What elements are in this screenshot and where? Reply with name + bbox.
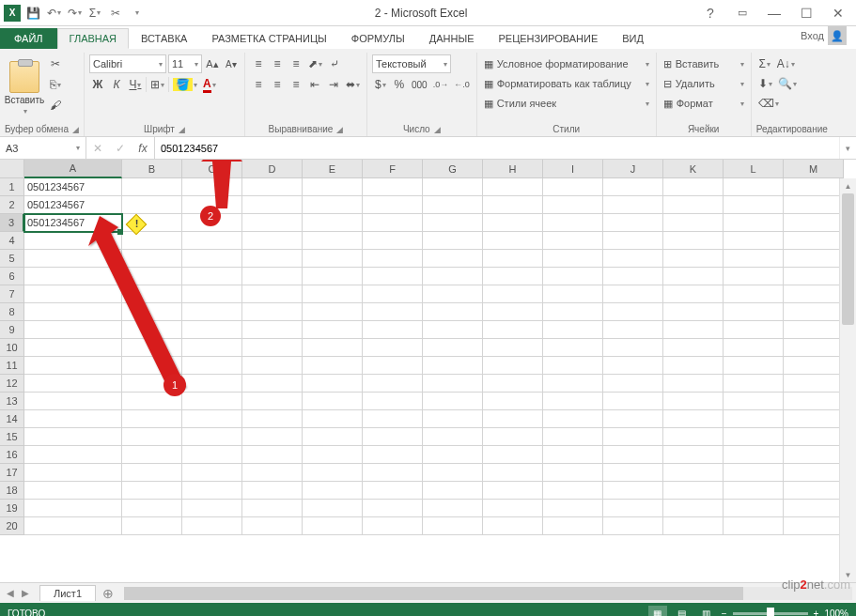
cell-E11[interactable] [303,357,363,375]
cell-F11[interactable] [363,357,423,375]
align-middle-button[interactable]: ≡ [269,54,286,73]
tab-review[interactable]: РЕЦЕНЗИРОВАНИЕ [486,28,610,49]
cell-H14[interactable] [483,410,543,428]
cell-A12[interactable] [24,375,122,393]
cell-D15[interactable] [242,428,303,446]
align-top-button[interactable]: ≡ [250,54,267,73]
cell-G2[interactable] [423,196,483,214]
row-header-13[interactable]: 13 [0,393,24,410]
cell-D19[interactable] [242,500,303,517]
align-center-button[interactable]: ≡ [269,75,286,94]
cell-B18[interactable] [122,482,182,500]
cell-E9[interactable] [303,321,363,339]
cell-K19[interactable] [663,500,724,517]
cell-J3[interactable] [603,214,663,232]
cell-M12[interactable] [784,375,844,393]
cell-J2[interactable] [603,196,663,214]
cell-E19[interactable] [303,500,363,517]
cell-E15[interactable] [303,428,363,446]
tab-view[interactable]: ВИД [610,28,656,49]
cell-B4[interactable] [122,232,182,250]
row-header-6[interactable]: 6 [0,268,24,285]
cell-D10[interactable] [242,339,303,357]
bold-button[interactable]: Ж [89,75,106,94]
cell-D9[interactable] [242,321,303,339]
cell-J18[interactable] [603,482,663,500]
cell-I3[interactable] [543,214,603,232]
cell-G15[interactable] [423,428,483,446]
cell-K10[interactable] [663,339,724,357]
cell-C20[interactable] [182,517,242,535]
cell-M5[interactable] [784,250,844,268]
cell-C8[interactable] [182,303,242,321]
page-break-view-button[interactable]: ▥ [697,606,716,616]
cell-F9[interactable] [363,321,423,339]
cell-D14[interactable] [242,410,303,428]
cell-J9[interactable] [603,321,663,339]
increase-font-button[interactable]: A▴ [204,54,221,73]
cell-H16[interactable] [483,446,543,464]
cell-E12[interactable] [303,375,363,393]
cell-C11[interactable] [182,357,242,375]
cell-G12[interactable] [423,375,483,393]
cell-D20[interactable] [242,517,303,535]
column-header-K[interactable]: K [663,160,724,178]
scroll-up-button[interactable]: ▲ [840,178,856,193]
cell-J7[interactable] [603,285,663,303]
cell-A5[interactable] [24,250,122,268]
column-header-H[interactable]: H [483,160,543,178]
cell-M1[interactable] [784,178,844,196]
cell-B17[interactable] [122,464,182,482]
tab-file[interactable]: ФАЙЛ [0,28,57,49]
cell-D17[interactable] [242,464,303,482]
cell-K13[interactable] [663,393,724,410]
cell-H3[interactable] [483,214,543,232]
cell-M11[interactable] [784,357,844,375]
cell-K7[interactable] [663,285,724,303]
cell-M3[interactable] [784,214,844,232]
cell-E8[interactable] [303,303,363,321]
cell-L13[interactable] [724,393,784,410]
cell-L7[interactable] [724,285,784,303]
cell-G13[interactable] [423,393,483,410]
cell-A1[interactable]: 0501234567 [24,178,122,196]
cell-J10[interactable] [603,339,663,357]
cell-J1[interactable] [603,178,663,196]
cell-D13[interactable] [242,393,303,410]
cell-B6[interactable] [122,268,182,285]
cell-A17[interactable] [24,464,122,482]
cell-C10[interactable] [182,339,242,357]
cell-E16[interactable] [303,446,363,464]
cell-K18[interactable] [663,482,724,500]
cell-H11[interactable] [483,357,543,375]
cell-C19[interactable] [182,500,242,517]
cell-L2[interactable] [724,196,784,214]
sheet-tab[interactable]: Лист1 [39,585,96,601]
cell-B16[interactable] [122,446,182,464]
select-all-corner[interactable] [0,160,24,178]
column-header-J[interactable]: J [603,160,663,178]
cell-L17[interactable] [724,464,784,482]
cell-C16[interactable] [182,446,242,464]
cell-H20[interactable] [483,517,543,535]
cell-B9[interactable] [122,321,182,339]
cell-L4[interactable] [724,232,784,250]
cell-D11[interactable] [242,357,303,375]
insert-cells-button[interactable]: ⊞ Вставить▾ [661,54,746,73]
copy-button[interactable]: ⎘▾ [47,75,64,94]
row-header-2[interactable]: 2 [0,196,24,214]
cells-area[interactable]: 050123456705012345670501234567 [24,178,839,582]
cell-A2[interactable]: 0501234567 [24,196,122,214]
cell-L1[interactable] [724,178,784,196]
cell-H10[interactable] [483,339,543,357]
percent-format-button[interactable]: % [391,75,408,94]
cell-K5[interactable] [663,250,724,268]
cell-H12[interactable] [483,375,543,393]
cell-F18[interactable] [363,482,423,500]
cell-E17[interactable] [303,464,363,482]
align-left-button[interactable]: ≡ [250,75,267,94]
cell-A10[interactable] [24,339,122,357]
cell-I17[interactable] [543,464,603,482]
cell-I10[interactable] [543,339,603,357]
decrease-font-button[interactable]: A▾ [223,54,240,73]
